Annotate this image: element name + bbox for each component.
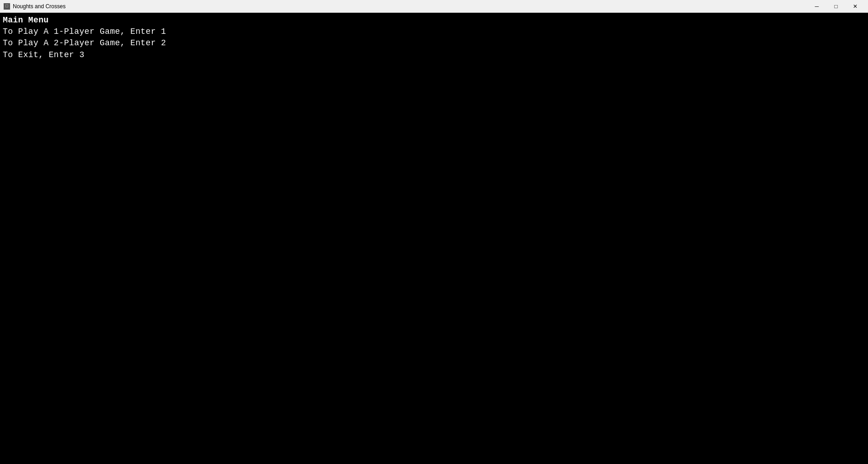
close-button[interactable]: ✕ — [846, 0, 864, 13]
main-menu-title: Main Menu — [3, 15, 865, 26]
titlebar-left: □ Noughts and Crosses — [4, 3, 65, 10]
console-output: Main Menu To Play A 1-Player Game, Enter… — [0, 13, 868, 63]
app-icon-symbol: □ — [5, 4, 8, 9]
option-2-player: To Play A 2-Player Game, Enter 2 — [3, 37, 865, 49]
app-icon: □ — [4, 3, 10, 10]
option-exit: To Exit, Enter 3 — [3, 49, 865, 61]
restore-button[interactable]: □ — [827, 0, 845, 13]
option-1-player: To Play A 1-Player Game, Enter 1 — [3, 26, 865, 37]
minimize-button[interactable]: ─ — [808, 0, 826, 13]
window-title: Noughts and Crosses — [13, 3, 65, 10]
titlebar: □ Noughts and Crosses ─ □ ✕ — [0, 0, 868, 13]
window-controls: ─ □ ✕ — [808, 0, 864, 13]
